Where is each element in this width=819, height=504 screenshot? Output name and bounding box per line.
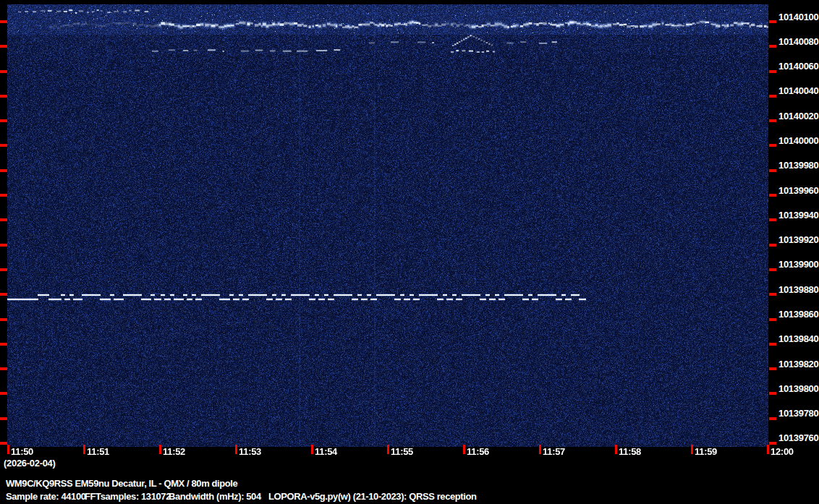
freq-label: 10139940 (778, 210, 818, 220)
freq-label: 10139860 (778, 309, 818, 319)
freq-tick-left (0, 144, 7, 147)
freq-label: 10139800 (778, 384, 818, 393)
freq-tick-right (769, 392, 776, 395)
freq-tick-left (0, 45, 7, 48)
freq-tick-right (769, 119, 776, 122)
freq-tick-right (769, 417, 776, 420)
freq-tick-left (0, 318, 7, 321)
freq-label: 10140100 (778, 12, 818, 22)
time-label: 11:51 (87, 447, 109, 456)
time-tick (463, 445, 465, 454)
freq-label: 10140000 (778, 136, 818, 145)
freq-tick-left (0, 119, 7, 122)
freq-label: 10139760 (778, 433, 818, 443)
status-sample-rate: Sample rate: 44100 (6, 491, 86, 502)
status-program: LOPORA-v5g.py(w) (21-10-2023): QRSS rece… (268, 491, 477, 502)
time-tick (387, 445, 389, 454)
status-fft-samples: FFTsamples: 131072 (85, 491, 171, 502)
freq-tick-right (769, 20, 776, 23)
time-label: 11:56 (467, 447, 489, 456)
freq-label: 10139920 (778, 235, 818, 244)
freq-tick-left (0, 367, 7, 370)
qrss-grabber-screenshot: 1014010010140080101400601014004010140020… (0, 0, 819, 504)
freq-tick-left (0, 244, 7, 247)
freq-tick-right (769, 70, 776, 73)
date-annotation: (2026-02-04) (4, 458, 56, 469)
freq-tick-left (0, 417, 7, 420)
freq-label: 10140020 (778, 111, 818, 121)
freq-tick-right (769, 169, 776, 172)
freq-label: 10139840 (778, 334, 818, 343)
freq-tick-right (769, 194, 776, 197)
time-tick (767, 445, 769, 454)
time-label: 11:52 (163, 447, 185, 456)
freq-tick-right (769, 268, 776, 271)
freq-tick-right (769, 343, 776, 346)
time-tick (159, 445, 161, 454)
time-tick (691, 445, 693, 454)
freq-label: 10139820 (778, 359, 818, 369)
time-label: 11:57 (543, 447, 565, 456)
freq-label: 10140060 (778, 61, 818, 71)
freq-tick-left (0, 95, 7, 98)
freq-tick-right (769, 45, 776, 48)
time-label: 11:50 (11, 447, 33, 456)
freq-tick-right (769, 293, 776, 296)
freq-tick-left (0, 218, 7, 221)
freq-tick-left (0, 293, 7, 296)
freq-tick-left (0, 70, 7, 73)
time-tick (615, 445, 617, 454)
freq-label: 10139780 (778, 409, 818, 418)
freq-tick-right (769, 144, 776, 147)
freq-tick-left (0, 268, 7, 271)
freq-tick-right (769, 244, 776, 247)
time-label: 11:53 (239, 447, 261, 456)
time-tick (83, 445, 85, 454)
freq-label: 10139960 (778, 186, 818, 195)
time-label: 12:00 (771, 447, 794, 456)
time-label: 11:59 (695, 447, 717, 456)
station-info: WM9C/KQ9RSS EM59nu Decatur, IL - QMX / 8… (6, 478, 237, 489)
freq-tick-right (769, 95, 776, 98)
freq-label: 10140080 (778, 37, 818, 46)
spectrogram-canvas (7, 4, 768, 447)
freq-label: 10139880 (778, 285, 818, 294)
freq-label: 10139900 (778, 260, 818, 269)
time-tick (235, 445, 237, 454)
freq-tick-left (0, 442, 7, 445)
freq-tick-left (0, 169, 7, 172)
freq-tick-left (0, 20, 7, 23)
status-bandwidth: Bandwidth (mHz): 504 (169, 491, 261, 502)
freq-tick-left (0, 194, 7, 197)
freq-tick-left (0, 343, 7, 346)
freq-label: 10139980 (778, 161, 818, 170)
freq-tick-left (0, 392, 7, 395)
freq-tick-right (769, 367, 776, 370)
time-tick (539, 445, 541, 454)
time-label: 11:58 (619, 447, 641, 456)
freq-tick-right (769, 318, 776, 321)
freq-label: 10140040 (778, 86, 818, 95)
time-tick (311, 445, 313, 454)
freq-tick-right (769, 442, 776, 445)
time-label: 11:54 (315, 447, 337, 456)
time-label: 11:55 (391, 447, 413, 456)
freq-tick-right (769, 218, 776, 221)
time-tick (7, 445, 9, 454)
